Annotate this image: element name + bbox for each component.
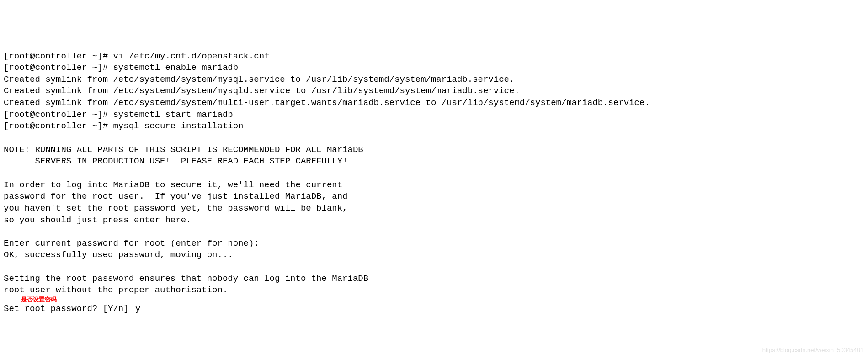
intro-line-3: you haven't set the root password yet, t…: [4, 203, 348, 213]
intro-line-2: password for the root user. If you've ju…: [4, 191, 348, 201]
annotation-set-password: 是否设置密码: [21, 295, 868, 304]
setting-root-line-1: Setting the root password ensures that n…: [4, 274, 368, 284]
set-root-password-question: Set root password? [Y/n]: [4, 304, 134, 314]
setting-root-line-2: root user without the proper authorisati…: [4, 285, 228, 295]
command-secure-install: mysql_secure_installation: [113, 121, 243, 131]
command-vi: vi /etc/my.cnf.d/openstack.cnf: [113, 51, 269, 61]
prompt: [root@controller ~]#: [4, 121, 113, 131]
output-symlink-2: Created symlink from /etc/systemd/system…: [4, 86, 520, 96]
output-symlink-1: Created symlink from /etc/systemd/system…: [4, 74, 514, 84]
intro-line-4: so you should just press enter here.: [4, 215, 191, 225]
prompt: [root@controller ~]#: [4, 51, 113, 61]
user-answer-highlight: y: [134, 303, 144, 316]
command-enable-mariadb: systemctl enable mariadb: [113, 63, 238, 73]
enter-password-prompt: Enter current password for root (enter f…: [4, 238, 259, 248]
ok-message: OK, successfully used password, moving o…: [4, 250, 233, 260]
intro-line-1: In order to log into MariaDB to secure i…: [4, 180, 342, 190]
terminal-output[interactable]: [root@controller ~]# vi /etc/my.cnf.d/op…: [4, 51, 864, 316]
prompt: [root@controller ~]#: [4, 63, 113, 73]
user-answer: y: [135, 304, 140, 314]
note-line-1: NOTE: RUNNING ALL PARTS OF THIS SCRIPT I…: [4, 145, 363, 155]
output-symlink-3: Created symlink from /etc/systemd/system…: [4, 98, 650, 108]
prompt: [root@controller ~]#: [4, 110, 113, 120]
note-line-2: SERVERS IN PRODUCTION USE! PLEASE READ E…: [4, 156, 348, 166]
command-start-mariadb: systemctl start mariadb: [113, 110, 233, 120]
watermark: https://blog.csdn.net/weixin_50345481: [762, 346, 863, 354]
